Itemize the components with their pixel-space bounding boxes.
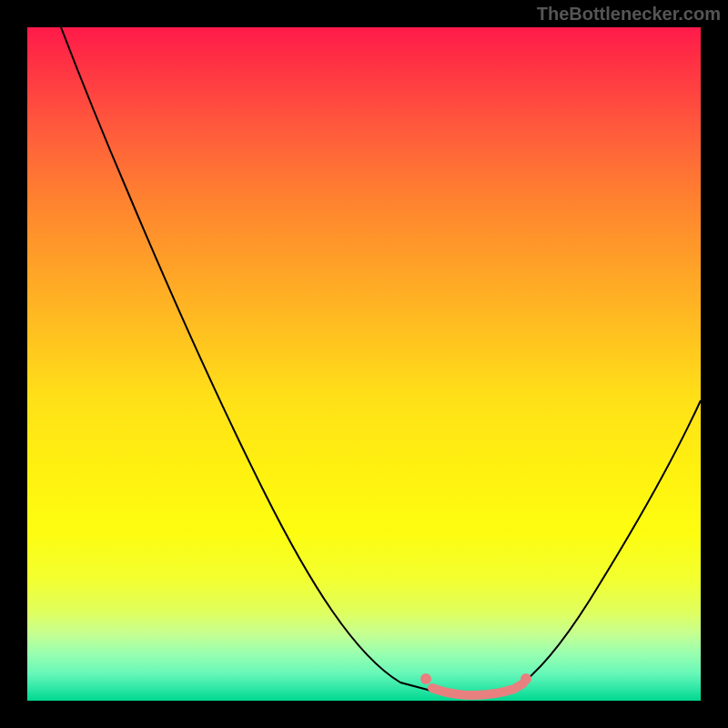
plot-area — [27, 27, 701, 701]
highlight-start-dot — [420, 673, 431, 684]
highlight-range — [432, 683, 523, 695]
highlight-end-dot — [521, 673, 531, 684]
bottleneck-curve — [61, 27, 701, 696]
chart-container: TheBottlenecker.com — [0, 0, 728, 728]
curve-svg — [27, 27, 701, 701]
watermark-text: TheBottlenecker.com — [537, 4, 721, 25]
